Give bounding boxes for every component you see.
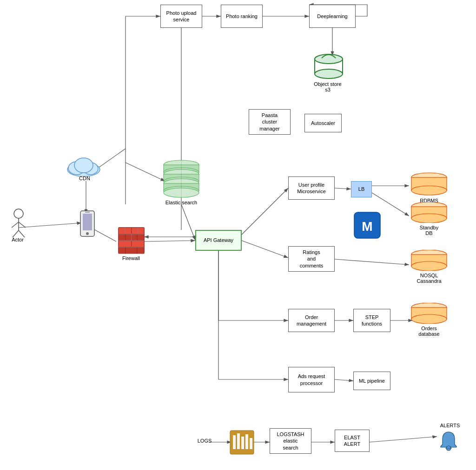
svg-rect-66 xyxy=(137,234,144,241)
autoscaler-box: Autoscaler xyxy=(304,114,342,132)
orders-db-icon: Ordersdatabase xyxy=(408,303,450,331)
cdn-label: CDN xyxy=(75,176,94,181)
ml-pipeline-box: ML pipeline xyxy=(353,372,390,390)
firewall-icon xyxy=(116,225,146,255)
deeplearning-box: Deeplearning xyxy=(309,5,356,28)
svg-point-33 xyxy=(315,54,343,64)
svg-point-34 xyxy=(315,69,343,78)
svg-rect-69 xyxy=(119,247,126,254)
lb-box: LB xyxy=(351,181,372,197)
svg-rect-71 xyxy=(137,247,144,254)
svg-point-91 xyxy=(411,314,447,324)
alerts-label: ALERTS xyxy=(436,423,464,428)
paasta-box: Paasta cluster manager xyxy=(249,109,291,135)
s3-label: Object stores3 xyxy=(304,81,351,92)
svg-rect-96 xyxy=(245,434,248,449)
microservice-icon: M xyxy=(353,211,381,239)
logstash-icon xyxy=(229,430,255,455)
step-functions-box: STEP functions xyxy=(353,309,390,332)
s3-bucket-icon xyxy=(310,53,347,84)
photo-ranking-box: Photo ranking xyxy=(221,5,263,28)
logstash-box: LOGSTASH elastic search xyxy=(270,428,311,454)
svg-rect-68 xyxy=(132,241,144,247)
nosql-icon: NOSQLCassandra xyxy=(408,250,450,278)
svg-rect-58 xyxy=(83,214,92,230)
svg-line-14 xyxy=(242,241,288,258)
svg-point-59 xyxy=(86,232,89,235)
svg-rect-95 xyxy=(241,437,244,449)
ads-processor-box: Ads request processor xyxy=(288,367,335,392)
svg-point-88 xyxy=(411,261,447,271)
elastic-search-icon xyxy=(158,158,205,200)
svg-point-85 xyxy=(411,214,447,223)
api-gateway-box: API Gateway xyxy=(195,230,242,251)
svg-line-19 xyxy=(335,188,351,189)
order-mgmt-box: Order management xyxy=(288,309,335,332)
svg-rect-70 xyxy=(126,247,137,254)
cdn-icon xyxy=(65,153,102,179)
svg-rect-63 xyxy=(132,228,144,234)
svg-line-6 xyxy=(181,204,195,240)
svg-line-56 xyxy=(19,230,25,237)
svg-line-13 xyxy=(242,188,288,235)
svg-rect-94 xyxy=(237,433,240,449)
svg-line-29 xyxy=(370,437,437,442)
svg-rect-93 xyxy=(233,435,236,449)
svg-text:M: M xyxy=(362,219,372,234)
architecture-diagram: Photo upload service Photo ranking Deepl… xyxy=(0,0,476,470)
svg-rect-97 xyxy=(250,438,252,449)
svg-line-53 xyxy=(12,222,19,228)
user-profile-box: User profile Microservice xyxy=(288,176,335,200)
svg-point-51 xyxy=(14,209,23,218)
elast-alert-box: ELAST ALERT xyxy=(335,430,370,452)
actor-label: Actor xyxy=(8,237,27,242)
svg-line-22 xyxy=(335,259,409,265)
svg-point-40 xyxy=(74,158,93,173)
firewall-label: Firewall xyxy=(117,255,145,261)
ratings-box: Ratings and comments xyxy=(288,246,335,272)
svg-point-82 xyxy=(411,186,447,195)
svg-rect-64 xyxy=(119,234,126,241)
rdbms-icon: RDBMS xyxy=(408,172,450,197)
svg-line-54 xyxy=(19,222,26,228)
photo-upload-box: Photo upload service xyxy=(160,5,202,28)
bell-icon xyxy=(437,430,460,453)
actor-icon xyxy=(7,208,30,241)
elastic-search-label: Elastic search xyxy=(158,200,205,205)
svg-line-25 xyxy=(335,379,353,381)
svg-point-50 xyxy=(164,188,199,197)
svg-line-55 xyxy=(13,230,19,237)
mobile-icon xyxy=(78,210,97,240)
svg-rect-65 xyxy=(126,234,137,241)
svg-rect-67 xyxy=(119,241,132,247)
standby-db-icon: StandbyDB xyxy=(408,202,450,229)
logs-label: LOGS xyxy=(193,438,216,444)
svg-line-11 xyxy=(144,241,195,242)
